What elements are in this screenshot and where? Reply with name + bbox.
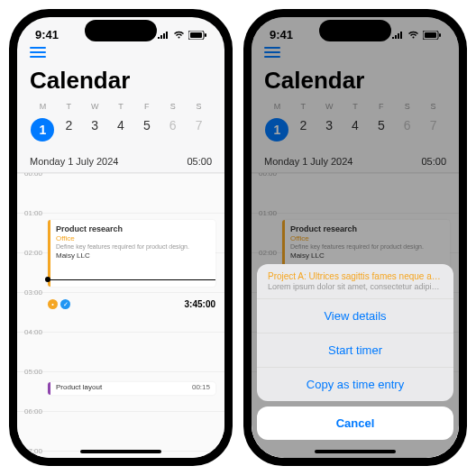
menu-icon[interactable] [30, 47, 46, 58]
hour-label: 03:00 [24, 288, 42, 297]
page-title: Calendar [30, 67, 212, 95]
day-1[interactable]: 1 [30, 114, 56, 145]
timer-label: 3:45:00 [185, 299, 215, 309]
event-client: Maisy LLC [56, 251, 210, 260]
event-office: Office [56, 234, 210, 242]
weekday-row: M T W T F S S [30, 102, 212, 114]
day-6[interactable]: 6 [160, 114, 186, 145]
dow: S [186, 102, 212, 111]
event-duration: 00:15 [192, 383, 210, 391]
day-4[interactable]: 4 [108, 114, 134, 145]
screen: 9:41 Calendar M T W T F S S 1 2 3 [17, 17, 224, 458]
sheet-subtitle: Lorem ipsum dolor sit amet, consectetur … [268, 282, 443, 291]
dow: W [82, 102, 108, 111]
notch [319, 20, 391, 41]
date-bar: Monday 1 July 2024 05:00 [17, 151, 224, 173]
header: Calendar M T W T F S S 1 2 3 4 5 6 7 [17, 43, 224, 151]
phone-left: 9:41 Calendar M T W T F S S 1 2 3 [9, 9, 233, 466]
action-sheet-overlay[interactable]: Project A: Ultrices sagittis fames neque… [252, 17, 459, 458]
dow: S [160, 102, 186, 111]
hour-label: 02:00 [24, 249, 42, 257]
cancel-button[interactable]: Cancel [257, 406, 453, 440]
hour-label: 05:00 [24, 368, 42, 376]
day-3[interactable]: 3 [82, 114, 108, 145]
notch [85, 20, 157, 41]
view-details-button[interactable]: View details [257, 299, 453, 333]
day-2[interactable]: 2 [56, 114, 82, 145]
svg-rect-1 [190, 32, 202, 38]
phone-right: 9:41 Calendar M T W T F S S 1 2 3 [243, 9, 467, 466]
days-row: 1 2 3 4 5 6 7 [30, 114, 212, 145]
day-5[interactable]: 5 [133, 114, 160, 145]
timeline[interactable]: 00:00 01:00 02:00 03:00 04:00 05:00 06:0… [17, 173, 224, 458]
now-dot [45, 277, 50, 282]
hour-label: 01:00 [24, 209, 42, 217]
hour-label: 06:00 [24, 407, 42, 416]
sheet-header: Project A: Ultrices sagittis fames neque… [257, 264, 453, 299]
hour-label: 00:00 [24, 173, 42, 178]
action-sheet: Project A: Ultrices sagittis fames neque… [257, 264, 453, 401]
day-7[interactable]: 7 [186, 114, 212, 145]
dow: F [133, 102, 160, 111]
event-product-layout[interactable]: Product layout 00:15 [48, 382, 215, 395]
screen: 9:41 Calendar M T W T F S S 1 2 3 [252, 17, 459, 458]
dow: T [56, 102, 82, 111]
home-indicator[interactable] [80, 450, 161, 453]
date-label: Monday 1 July 2024 [30, 156, 118, 167]
event-title: Product research [56, 224, 210, 233]
dow: M [30, 102, 56, 111]
status-icons [157, 31, 206, 40]
battery-icon [188, 31, 206, 40]
home-indicator[interactable] [315, 450, 396, 453]
check-icon: ✓ [60, 299, 70, 309]
hour-label: 07:00 [24, 447, 42, 455]
event-desc: Define key features required for product… [56, 243, 210, 250]
badge-row: • ✓ 3:45:00 [48, 299, 215, 309]
start-timer-button[interactable]: Start timer [257, 333, 453, 368]
copy-time-entry-button[interactable]: Copy as time entry [257, 368, 453, 401]
wifi-icon [173, 31, 185, 39]
time-label: 05:00 [187, 156, 212, 167]
hour-label: 04:00 [24, 328, 42, 336]
sheet-title: Project A: Ultrices sagittis fames neque… [268, 271, 443, 281]
signal-icon [157, 31, 169, 39]
badge-icon: • [48, 299, 58, 309]
svg-rect-2 [205, 33, 206, 37]
event-product-research[interactable]: Product research Office Define key featu… [48, 220, 215, 287]
status-time: 9:41 [35, 28, 59, 41]
dow: T [108, 102, 134, 111]
event-title: Product layout [56, 383, 102, 391]
now-line [48, 279, 215, 280]
